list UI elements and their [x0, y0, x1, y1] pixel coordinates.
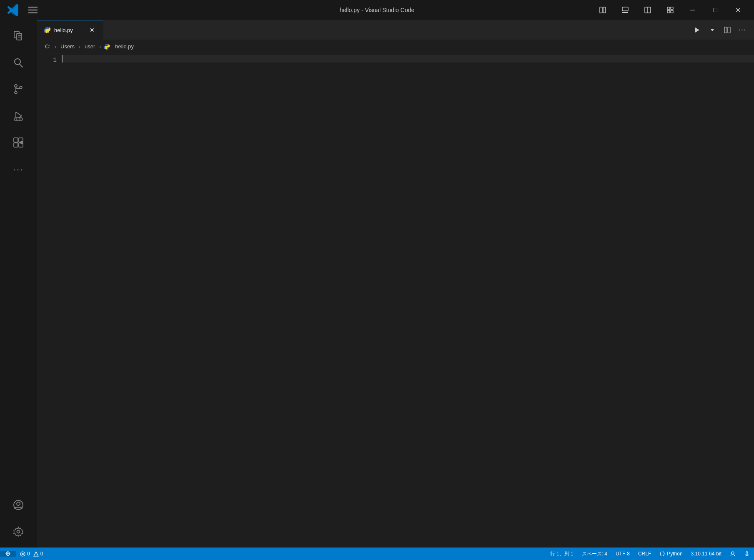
svg-line-15: [20, 64, 23, 67]
layout-grid-icon[interactable]: [661, 3, 680, 17]
svg-rect-0: [600, 7, 602, 13]
activity-bar: ···: [0, 20, 37, 548]
status-bar-left: 0 0: [0, 551, 47, 557]
sidebar-item-explorer[interactable]: [6, 23, 31, 48]
python-version: 3.10.11 64-bit: [691, 551, 721, 557]
line-ending-item[interactable]: CRLF: [634, 551, 655, 557]
python-file-icon: [43, 26, 51, 34]
cursor-position: 行 1、列 1: [550, 550, 574, 558]
svg-point-14: [15, 59, 20, 65]
svg-rect-34: [724, 27, 727, 33]
breadcrumb-filename[interactable]: hello.py: [113, 42, 135, 50]
svg-point-23: [17, 118, 20, 121]
run-button[interactable]: [691, 23, 704, 37]
main-content: hello.py ✕: [37, 20, 754, 548]
svg-marker-33: [711, 29, 714, 31]
line-ending: CRLF: [638, 551, 651, 557]
breadcrumb-python-icon: [103, 43, 110, 50]
sidebar-item-run-debug[interactable]: [6, 103, 31, 128]
encoding-item[interactable]: UTF-8: [611, 551, 634, 557]
breadcrumb-c[interactable]: C:: [43, 42, 52, 50]
tab-bar: hello.py ✕: [37, 20, 754, 40]
svg-rect-8: [667, 10, 670, 13]
svg-point-17: [15, 91, 17, 94]
braces-icon: [659, 551, 665, 557]
svg-point-30: [17, 502, 20, 505]
remote-icon: [5, 551, 11, 557]
svg-rect-26: [14, 143, 18, 147]
run-dropdown-button[interactable]: [706, 23, 719, 37]
bell-icon-item[interactable]: [740, 551, 754, 557]
more-actions-button[interactable]: ···: [736, 23, 749, 37]
errors-warnings-item[interactable]: 0 0: [16, 551, 47, 557]
svg-rect-3: [622, 12, 628, 13]
svg-rect-11: [17, 33, 22, 40]
indentation: スペース: 4: [582, 550, 607, 558]
person-icon: [730, 551, 736, 557]
app-body: ···: [0, 20, 754, 548]
breadcrumb-user[interactable]: user: [83, 42, 97, 50]
editor-area[interactable]: 1: [37, 53, 754, 548]
breadcrumb: C: › Users › user › hello.py: [37, 40, 754, 53]
svg-rect-35: [728, 27, 730, 33]
hamburger-menu[interactable]: [28, 7, 38, 13]
account-icon[interactable]: [6, 492, 31, 518]
line-numbers: 1: [37, 53, 62, 548]
svg-marker-32: [695, 28, 699, 32]
code-editor[interactable]: [62, 53, 754, 548]
indentation-item[interactable]: スペース: 4: [578, 550, 611, 558]
activity-bar-top: ···: [6, 23, 31, 492]
svg-rect-7: [671, 7, 673, 10]
error-count: 0: [27, 551, 30, 557]
svg-rect-24: [14, 138, 18, 142]
warning-icon: [33, 551, 39, 557]
svg-rect-1: [603, 7, 606, 13]
python-version-item[interactable]: 3.10.11 64-bit: [687, 551, 726, 557]
status-bar: 0 0 行 1、列 1 スペース: 4 UTF-8 CRLF Pyt: [0, 548, 754, 560]
tab-close-button[interactable]: ✕: [88, 26, 96, 34]
tab-actions: ···: [691, 20, 754, 40]
svg-point-41: [35, 555, 36, 555]
layout-side-icon[interactable]: [638, 3, 657, 17]
layout-panel-icon[interactable]: [593, 3, 612, 17]
feedback-icon-item[interactable]: [726, 551, 740, 557]
svg-point-31: [17, 530, 20, 533]
sidebar-item-source-control[interactable]: [6, 77, 31, 102]
svg-rect-2: [622, 7, 628, 11]
error-icon: [20, 551, 25, 557]
sidebar-item-search[interactable]: [6, 50, 31, 75]
text-cursor: [62, 55, 63, 62]
window-title: hello.py - Visual Studio Code: [340, 7, 415, 13]
tab-hello-py[interactable]: hello.py ✕: [37, 20, 103, 40]
svg-rect-6: [667, 7, 670, 10]
remote-indicator[interactable]: [0, 551, 16, 557]
svg-rect-28: [20, 141, 23, 144]
svg-rect-9: [671, 10, 673, 13]
vscode-logo-icon: [7, 3, 20, 17]
sidebar-item-extensions[interactable]: [6, 130, 31, 155]
language-item[interactable]: Python: [655, 551, 686, 557]
warning-count: 0: [40, 551, 43, 557]
maximize-button[interactable]: □: [706, 3, 725, 17]
cursor-position-item[interactable]: 行 1、列 1: [546, 550, 578, 558]
bell-icon: [744, 551, 750, 557]
title-bar-left: [7, 3, 38, 17]
language: Python: [667, 551, 682, 557]
sidebar-item-more[interactable]: ···: [6, 157, 31, 182]
activity-bar-bottom: [6, 492, 31, 548]
line-number-1: 1: [53, 55, 57, 65]
close-button[interactable]: ✕: [728, 3, 747, 17]
split-editor-button[interactable]: [721, 23, 734, 37]
tab-label: hello.py: [54, 27, 73, 33]
svg-point-16: [15, 85, 17, 87]
editor-line-1: [62, 55, 754, 62]
encoding: UTF-8: [616, 551, 630, 557]
breadcrumb-users[interactable]: Users: [59, 42, 76, 50]
status-bar-right: 行 1、列 1 スペース: 4 UTF-8 CRLF Python 3.10.1…: [546, 550, 754, 558]
minimize-button[interactable]: ─: [683, 3, 702, 17]
title-bar: hello.py - Visual Studio Code: [0, 0, 754, 20]
layout-bottom-icon[interactable]: [616, 3, 635, 17]
svg-point-42: [731, 552, 734, 554]
title-bar-right: ─ □ ✕: [593, 3, 747, 17]
settings-icon[interactable]: [6, 519, 31, 544]
